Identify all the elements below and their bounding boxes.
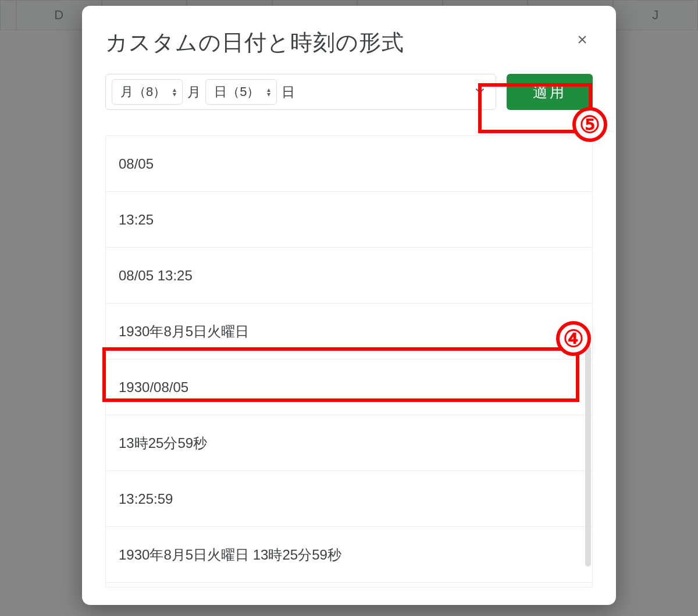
chevron-down-icon[interactable] [472,83,487,101]
list-item[interactable]: 13:25 [106,192,592,248]
stepper-icon[interactable]: ▴▾ [173,87,176,97]
list-item[interactable]: 13時25分59秒 [106,415,592,471]
chip-suffix-month: 月 [187,83,201,101]
format-chip-month[interactable]: 月（8） ▴▾ [112,79,183,105]
scrollbar[interactable] [585,346,591,567]
format-chip-day[interactable]: 日（5） ▴▾ [205,79,276,105]
list-item[interactable]: 08/05 13:25 [106,248,592,304]
list-item[interactable]: 1930/08/05 [106,359,592,415]
close-icon[interactable]: × [574,31,590,48]
preset-list: 08/05 13:25 08/05 13:25 1930年8月5日火曜日 193… [105,136,593,587]
list-item[interactable]: 1930年8月5日火曜日 [106,304,592,359]
apply-button[interactable]: 適用 [507,74,593,110]
custom-date-time-dialog: カスタムの日付と時刻の形式 × 月（8） ▴▾ 月 日（5） ▴▾ 日 適用 0… [82,6,616,605]
chip-suffix-day: 日 [282,83,295,101]
format-row: 月（8） ▴▾ 月 日（5） ▴▾ 日 適用 [105,74,593,110]
list-item[interactable]: 08/05 [106,136,592,192]
stepper-icon[interactable]: ▴▾ [267,87,270,97]
chip-label: 日（5） [214,83,259,101]
dialog-title: カスタムの日付と時刻の形式 [105,28,593,58]
list-item[interactable]: 13:25:59 [106,471,592,527]
chip-label: 月（8） [120,83,166,101]
format-input[interactable]: 月（8） ▴▾ 月 日（5） ▴▾ 日 [105,74,496,110]
list-item[interactable]: 1930年8月5日火曜日 13時25分59秒 [106,527,592,583]
